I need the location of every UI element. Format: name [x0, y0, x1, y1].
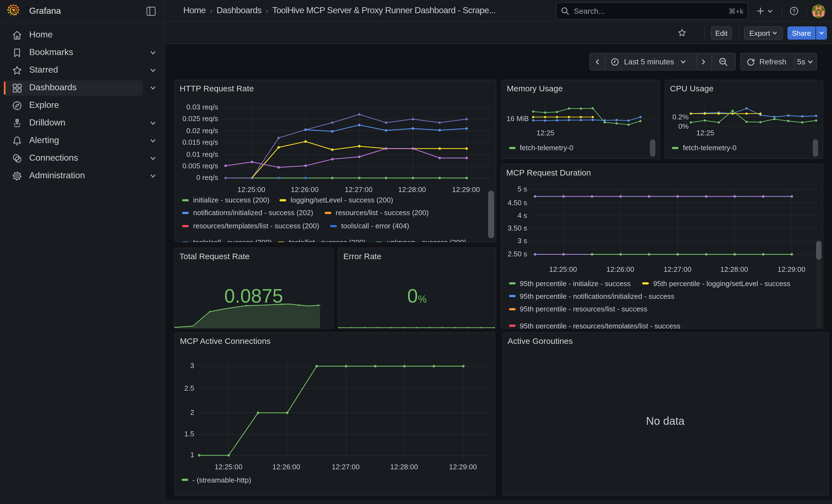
svg-text:?: ?: [792, 8, 796, 14]
